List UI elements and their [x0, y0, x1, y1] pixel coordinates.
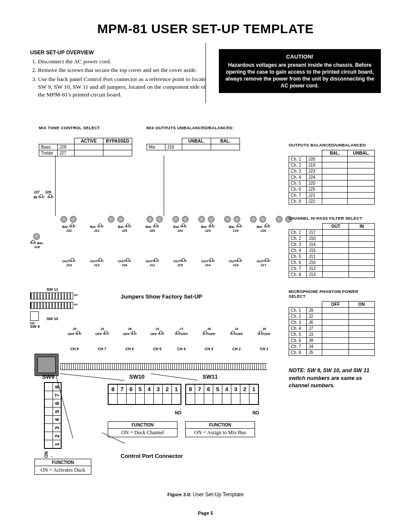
sw9-dip: 8 7 6 5 4 3 2 1 ON ←	[44, 382, 62, 459]
col-unbal: UNBAL.	[182, 138, 211, 144]
phantom-table: OFF ON Ch. 1J9 Ch. 2J2 Ch. 3J6 Ch. 4J7 C…	[289, 301, 375, 356]
jumpers-factory-title: Jumpers Show Factory Set-UP	[121, 293, 202, 300]
label-sw11: SW 11	[47, 287, 58, 292]
col-bal: BAL.	[211, 138, 240, 144]
page-title: MPM-81 USER SET-UP TEMPLATE	[30, 22, 381, 36]
label-j27: J27	[34, 190, 40, 194]
overview-step: Use the back panel Control Port connecto…	[38, 75, 206, 99]
bal-jumper-row: Bal. J22 Bal. J21 Bal. J25 Bal. J20 Bal.…	[56, 224, 280, 233]
overview-heading: USER SET-UP OVERVIEW	[30, 49, 206, 56]
overview-block: USER SET-UP OVERVIEW Disconnect the AC p…	[30, 49, 206, 100]
overview-steps: Disconnect the AC power cord. Remove the…	[30, 58, 206, 99]
outputs-balun-table: BAL. UNBAL. Ch. 1J26 Ch. 2J19 Ch. 3J23 C…	[289, 150, 375, 205]
label-j28: J28	[45, 190, 51, 194]
hipass-table: OUT IN Ch. 1J17 Ch. 2J10 Ch. 3J14 Ch. 4J…	[289, 223, 375, 278]
caution-title: CAUTION!	[224, 53, 376, 61]
row-mix: Mix	[147, 144, 165, 150]
sw9-function: FUNCTION ON = Activates Duck	[34, 459, 91, 475]
col-active: ACTIVE	[75, 138, 103, 144]
mix-tone-heading: MIX TONE CONTROL SELECT	[39, 125, 132, 130]
mix-out-heading: MIX OUTPUTS UNBALANCED/BALANCED	[146, 125, 240, 130]
label-sw9-big: SW9	[42, 373, 54, 380]
control-port-connector-graphic	[34, 354, 59, 376]
caution-box: CAUTION! Hazardous voltages are present …	[219, 49, 381, 93]
label-bal-mix: Bal.	[37, 241, 44, 245]
page-number: Page 5	[30, 510, 381, 516]
row-bass: Bass	[39, 144, 58, 150]
figure-caption: Figure 3.0: User Set-Up Template	[30, 492, 381, 498]
note-switch-numbers: NOTE: SW 9, SW 10, and SW 11 switch numb…	[289, 367, 375, 390]
sw10-dip: 8765 4321 ↓ NO FUNCTION ON = Duck Channe…	[108, 384, 181, 437]
pcb-edge-graphic	[34, 354, 267, 370]
label-j18: J18	[34, 245, 40, 249]
row-bass-j: J28	[58, 144, 75, 150]
sw11-function: FUNCTION ON = Assign to Mix Bus	[185, 421, 255, 437]
dip-on-arrow: ↑	[30, 292, 31, 296]
mix-tone-table: ACTIVE BYPASSED Bass J28 Treble J27	[39, 138, 132, 156]
caution-body: Hazardous voltages are present inside th…	[224, 62, 376, 90]
label-sw9: SW 9	[30, 324, 40, 329]
outputs-balun-heading: OUTPUTS BALANCED/UNBALANCED	[289, 143, 375, 147]
label-sw10-big: SW10	[129, 373, 144, 380]
sw11-dip: 8765 4321 ↓ NO FUNCTION ON = Assign to M…	[185, 384, 259, 437]
label-sw11-big: SW11	[202, 373, 218, 380]
row-mix-j: J18	[165, 144, 182, 150]
overview-step: Remove the screws that secure the top co…	[38, 66, 206, 74]
out-jumper-row: OUTJ13 OUTJ12 OUTJ16 OUTJ11 OUTJ15 OUTJ1…	[56, 259, 280, 268]
row-treble-j: J27	[58, 150, 75, 156]
sw10-function: FUNCTION ON = Duck Channel	[108, 421, 177, 437]
control-port-label: Control Port Connector	[121, 453, 183, 459]
col-bypassed: BYPASSED	[103, 138, 132, 144]
hipass-heading: CHANNEL HI-PASS FILTER SELECT	[289, 216, 375, 221]
phantom-heading: MICROPHONE PHANTOM POWER SELECT	[289, 289, 375, 299]
label-in: IN	[34, 195, 37, 199]
mix-out-table: UNBAL. BAL. Mix J18	[146, 138, 240, 150]
overview-step: Disconnect the AC power cord.	[38, 58, 206, 65]
